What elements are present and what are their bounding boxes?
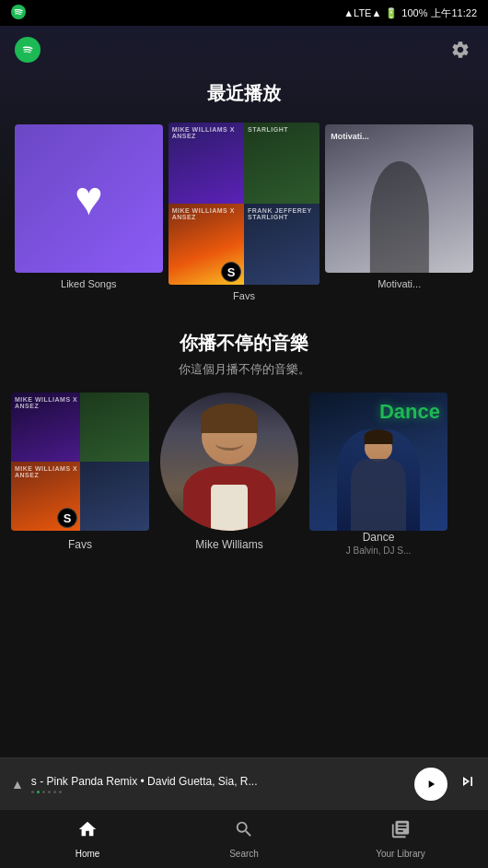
- fav-lg-cell2: [80, 393, 149, 462]
- favs-cell-2: STARLIGHT: [244, 123, 320, 204]
- now-playing-info: s - Pink Panda Remix • David Guetta, Sia…: [31, 775, 407, 793]
- library-label: Your Library: [376, 849, 425, 859]
- skip-next-button[interactable]: [459, 772, 477, 795]
- mike-williams-label: Mike Williams: [195, 538, 262, 551]
- favs-large-art: MIKE WILLIAMS X ANSEZ MIKE WILLIAMS X AN…: [11, 393, 149, 531]
- favs-large-card[interactable]: MIKE WILLIAMS X ANSEZ MIKE WILLIAMS X AN…: [11, 393, 149, 556]
- status-bar: ▲LTE▲ 🔋 100% 上午11:22: [0, 0, 488, 26]
- mike-williams-art: [160, 393, 298, 531]
- recent-section-title: 最近播放: [0, 81, 488, 106]
- home-icon: [77, 819, 98, 845]
- progress-dots: [31, 791, 407, 793]
- dance-card[interactable]: Dance Dance J Balvin, DJ S...: [309, 393, 447, 556]
- mike-williams-card[interactable]: Mike Williams: [160, 393, 298, 556]
- heart-icon: ♥: [75, 170, 103, 226]
- dance-art: Dance: [309, 393, 447, 531]
- dot-3: [42, 791, 45, 793]
- bottom-nav: Home Search Your Library: [0, 809, 488, 868]
- now-playing-track: s - Pink Panda Remix • David Guetta, Sia…: [31, 775, 407, 788]
- favs-cell-4: FRANK JEFFEREY STARLIGHT: [244, 204, 320, 285]
- motivation-card[interactable]: Motivati... Motivati...: [321, 121, 477, 303]
- liked-songs-art: ♥: [15, 124, 163, 273]
- recommend-scroll-section: MIKE WILLIAMS X ANSEZ MIKE WILLIAMS X AN…: [0, 393, 488, 563]
- library-icon: [390, 819, 411, 845]
- favs-label: Favs: [168, 290, 320, 301]
- favs-bottom-art: MIKE WILLIAMS X ANSEZ S FRANK JEFFEREY S…: [168, 204, 320, 285]
- dot-6: [59, 791, 62, 793]
- dance-label: Dance: [309, 531, 447, 544]
- fav-lg-cell4: [80, 462, 149, 531]
- settings-button[interactable]: [447, 37, 473, 63]
- spotify-logo-small: [11, 5, 26, 22]
- dot-5: [53, 791, 56, 793]
- dance-sublabel: J Balvin, DJ S...: [309, 545, 447, 556]
- dot-1: [31, 791, 34, 793]
- fav-lg-cell1: MIKE WILLIAMS X ANSEZ: [11, 393, 80, 462]
- fav-lg-cell3: MIKE WILLIAMS X ANSEZ S: [11, 462, 80, 531]
- status-left: [11, 5, 26, 22]
- nav-search[interactable]: Search: [166, 819, 322, 859]
- recent-grid: ♥ Liked Songs MIKE WILLIAMS X ANSEZ STAR…: [0, 121, 488, 303]
- favs-top-art: MIKE WILLIAMS X ANSEZ STARLIGHT: [168, 123, 320, 204]
- recommend-section-subtitle: 你這個月播不停的音樂。: [0, 361, 488, 378]
- liked-songs-card[interactable]: ♥ Liked Songs: [11, 121, 167, 303]
- home-label: Home: [76, 849, 100, 859]
- play-pause-button[interactable]: [414, 768, 447, 801]
- status-right: ▲LTE▲ 🔋 100% 上午11:22: [343, 6, 477, 20]
- main-content: 最近播放 ♥ Liked Songs MIKE WILLIAMS X ANSEZ…: [0, 26, 488, 757]
- nav-home[interactable]: Home: [9, 819, 166, 859]
- expand-player-button[interactable]: ▲: [11, 777, 24, 792]
- motivation-label: Motivati...: [378, 278, 421, 289]
- search-icon: [234, 819, 254, 845]
- favs-large-label: Favs: [68, 538, 92, 551]
- search-label: Search: [229, 849, 259, 859]
- battery-icon: 🔋: [385, 7, 398, 19]
- favs-cell-1: MIKE WILLIAMS X ANSEZ: [168, 123, 244, 204]
- recommend-scroll[interactable]: MIKE WILLIAMS X ANSEZ MIKE WILLIAMS X AN…: [11, 393, 477, 563]
- dot-4: [48, 791, 51, 793]
- signal-icon: ▲LTE▲: [343, 7, 381, 18]
- liked-songs-label: Liked Songs: [61, 278, 117, 289]
- recommend-section-title: 你播不停的音樂: [0, 331, 488, 356]
- header: [0, 26, 488, 70]
- favs-cell-3: MIKE WILLIAMS X ANSEZ S: [168, 204, 244, 285]
- time: 上午11:22: [431, 6, 477, 20]
- nav-library[interactable]: Your Library: [322, 819, 479, 859]
- spotify-logo: [15, 37, 41, 63]
- dot-2: [37, 791, 40, 793]
- battery-percent: 100%: [401, 7, 427, 18]
- motivation-art: Motivati...: [325, 124, 473, 273]
- playback-controls: [414, 768, 477, 801]
- favs-recent-card[interactable]: MIKE WILLIAMS X ANSEZ STARLIGHT MIKE WIL…: [167, 121, 322, 303]
- now-playing-bar[interactable]: ▲ s - Pink Panda Remix • David Guetta, S…: [0, 757, 488, 809]
